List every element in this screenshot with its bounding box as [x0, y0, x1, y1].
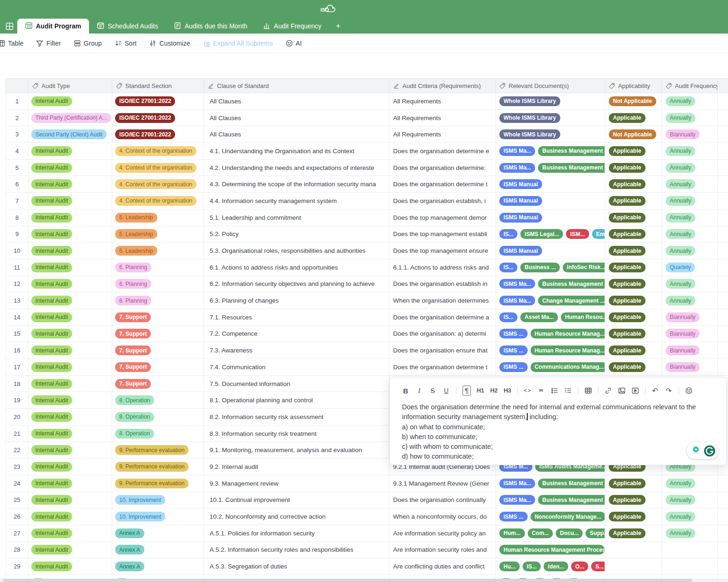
tab-audits-due-this-month[interactable]: Audits due this Month: [166, 19, 255, 34]
standard-section-cell[interactable]: 4. Context of the organisation: [112, 176, 204, 193]
row-number-cell[interactable]: 27: [6, 525, 28, 542]
standard-section-cell[interactable]: 6. Planning: [112, 276, 204, 293]
audit-type-pill[interactable]: Internal Audit: [31, 562, 72, 571]
clause-cell[interactable]: 6.2. Information security objectives and…: [204, 276, 389, 293]
documents-cell[interactable]: ISMS Ma...Business Management ...: [496, 492, 605, 509]
frequency-pill[interactable]: Annually: [666, 113, 695, 123]
applicability-pill[interactable]: Applicable: [609, 312, 646, 322]
frequency-pill[interactable]: Biannually: [666, 312, 700, 322]
audit-type-pill[interactable]: Internal Audit: [31, 412, 72, 422]
standard-section-cell[interactable]: 9. Performance evaluation: [112, 459, 204, 475]
document-pill[interactable]: ISM...: [566, 229, 589, 239]
h3-icon[interactable]: H3: [504, 386, 511, 396]
horizontal-scrollbar[interactable]: [0, 579, 728, 582]
grammarly-widget[interactable]: [687, 442, 719, 459]
standard-section-pill[interactable]: 5. Leadership: [115, 213, 157, 223]
clause-cell[interactable]: 10.2. Nonconformity and corrective actio…: [204, 508, 389, 525]
ordered-list-icon[interactable]: [565, 386, 572, 396]
row-number-cell[interactable]: 1: [6, 93, 28, 110]
criteria-cell[interactable]: [389, 575, 496, 579]
standard-section-pill[interactable]: 4. Context of the organisation: [115, 179, 197, 189]
row-number-cell[interactable]: 3: [6, 126, 28, 143]
criteria-cell[interactable]: Does the top management ensure: [389, 243, 496, 259]
quote-icon[interactable]: ”: [537, 386, 545, 396]
document-pill[interactable]: Hu...: [499, 562, 520, 571]
clause-cell[interactable]: 7.2. Competence: [204, 326, 389, 343]
applicability-pill[interactable]: Not Applicable: [609, 129, 656, 139]
applicability-pill[interactable]: Applicable: [609, 229, 646, 239]
criteria-cell[interactable]: Does the organisation: a) determi: [389, 326, 496, 343]
frequency-cell[interactable]: Annually: [662, 243, 718, 259]
column-header-audit-frequency[interactable]: Audit Frequency: [662, 79, 718, 93]
audit-type-cell[interactable]: [28, 575, 112, 579]
toolbar-expand-all-subitems[interactable]: Expand All Subitems: [203, 40, 272, 47]
row-number-cell[interactable]: 6: [6, 176, 28, 193]
audit-type-pill[interactable]: Internal Audit: [31, 395, 72, 405]
frequency-cell[interactable]: Biannually: [662, 359, 718, 376]
document-pill[interactable]: Business Management ...: [538, 479, 605, 488]
audit-type-pill[interactable]: Internal Audit: [31, 213, 72, 223]
document-pill[interactable]: Hum...: [499, 528, 525, 538]
applicability-pill[interactable]: Applicable: [609, 213, 646, 223]
frequency-pill[interactable]: Annually: [666, 246, 695, 256]
image-icon[interactable]: [618, 386, 626, 396]
row-number-cell[interactable]: 20: [6, 409, 28, 426]
row-number-cell[interactable]: 17: [6, 359, 28, 376]
document-pill[interactable]: Em...: [592, 229, 605, 239]
standard-section-cell[interactable]: ISO/IEC 27001:2022: [112, 126, 204, 143]
applicability-pill[interactable]: Applicable: [609, 246, 646, 256]
document-pill[interactable]: Business Management ...: [538, 146, 605, 156]
document-pill[interactable]: Human Resource Manag...: [531, 329, 605, 338]
clause-cell[interactable]: 6.1. Actions to address risks and opport…: [204, 259, 389, 276]
applicability-cell[interactable]: Applicable: [605, 326, 662, 343]
row-number-cell[interactable]: 2: [6, 110, 28, 127]
document-pill[interactable]: Whole ISMS Library: [499, 96, 560, 106]
frequency-cell[interactable]: Annually: [662, 492, 718, 509]
clause-cell[interactable]: 8.1. Operational planning and control: [204, 392, 389, 409]
audit-type-cell[interactable]: Internal Audit: [28, 558, 112, 575]
frequency-cell[interactable]: Annually: [662, 143, 718, 160]
document-pill[interactable]: InfoSec Risk...: [563, 263, 605, 272]
audit-type-cell[interactable]: Internal Audit: [28, 276, 112, 293]
audit-type-cell[interactable]: Internal Audit: [28, 392, 112, 409]
applicability-pill[interactable]: Applicable: [609, 263, 646, 272]
applicability-pill[interactable]: Applicable: [609, 296, 646, 305]
frequency-cell[interactable]: Biannually: [662, 309, 718, 326]
frequency-pill[interactable]: Annually: [666, 512, 695, 521]
row-number-cell[interactable]: 16: [6, 342, 28, 359]
documents-cell[interactable]: Hum...Com...Docu...Supp...: [496, 525, 605, 542]
documents-cell[interactable]: ISMS Ma...Business Management ...: [496, 143, 605, 160]
criteria-cell[interactable]: When the organisation determines: [389, 292, 496, 309]
audit-type-cell[interactable]: Second Party (Client) Audit: [28, 126, 112, 143]
documents-cell[interactable]: ISMS Manual: [496, 176, 605, 193]
audit-type-pill[interactable]: Internal Audit: [31, 545, 72, 555]
audit-type-pill[interactable]: Internal Audit: [31, 445, 72, 455]
applicability-cell[interactable]: Applicable: [605, 292, 662, 309]
standard-section-cell[interactable]: 4. Context of the organisation: [112, 193, 204, 210]
undo-icon[interactable]: ↶: [652, 386, 659, 396]
add-view-button[interactable]: +: [329, 19, 347, 34]
criteria-cell[interactable]: Does the organisation determine e: [389, 143, 496, 160]
tab-audit-frequency[interactable]: Audit Frequency: [255, 19, 329, 34]
criteria-cell[interactable]: When a nonconformity occurs, do: [389, 508, 496, 525]
applicability-pill[interactable]: Applicable: [609, 196, 646, 206]
document-pill[interactable]: ISMS ...: [499, 512, 528, 521]
audit-type-cell[interactable]: Internal Audit: [28, 459, 112, 475]
criteria-cell[interactable]: 9.3.1 Management Review (Gener: [389, 475, 496, 492]
row-number-cell[interactable]: [6, 575, 28, 579]
document-pill[interactable]: Communications Manag...: [531, 362, 605, 372]
frequency-pill[interactable]: Annually: [666, 213, 695, 223]
criteria-cell[interactable]: 6.1.1. Actions to address risks and: [389, 259, 496, 276]
column-header-applicability[interactable]: Applicability: [605, 79, 662, 93]
documents-cell[interactable]: Human Resource Management Process: [496, 542, 605, 559]
audit-type-pill[interactable]: Internal Audit: [31, 246, 72, 256]
toolbar-group[interactable]: Group: [74, 40, 102, 47]
criteria-cell[interactable]: Does the organisation ensure that: [389, 342, 496, 359]
audit-type-cell[interactable]: Internal Audit: [28, 409, 112, 426]
standard-section-cell[interactable]: 9. Performance evaluation: [112, 475, 204, 492]
frequency-pill[interactable]: Annually: [666, 495, 695, 505]
toolbar-ai[interactable]: AI: [286, 40, 302, 47]
documents-cell[interactable]: ISMS Manual: [496, 193, 605, 210]
audit-type-pill[interactable]: Internal Audit: [31, 279, 72, 289]
standard-section-pill[interactable]: ISO/IEC 27001:2022: [115, 129, 175, 139]
